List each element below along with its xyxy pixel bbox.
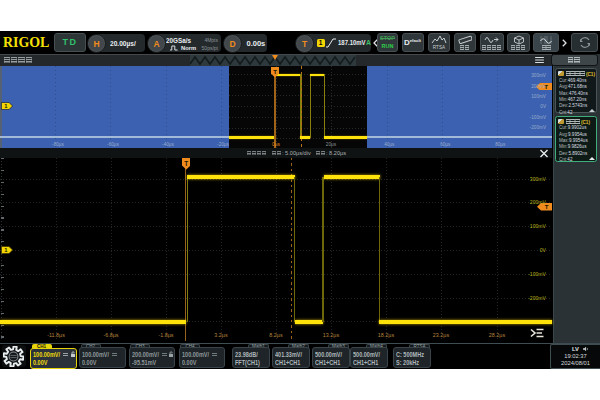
svg-text:T: T: [184, 159, 188, 166]
svg-text:T: T: [273, 69, 277, 75]
